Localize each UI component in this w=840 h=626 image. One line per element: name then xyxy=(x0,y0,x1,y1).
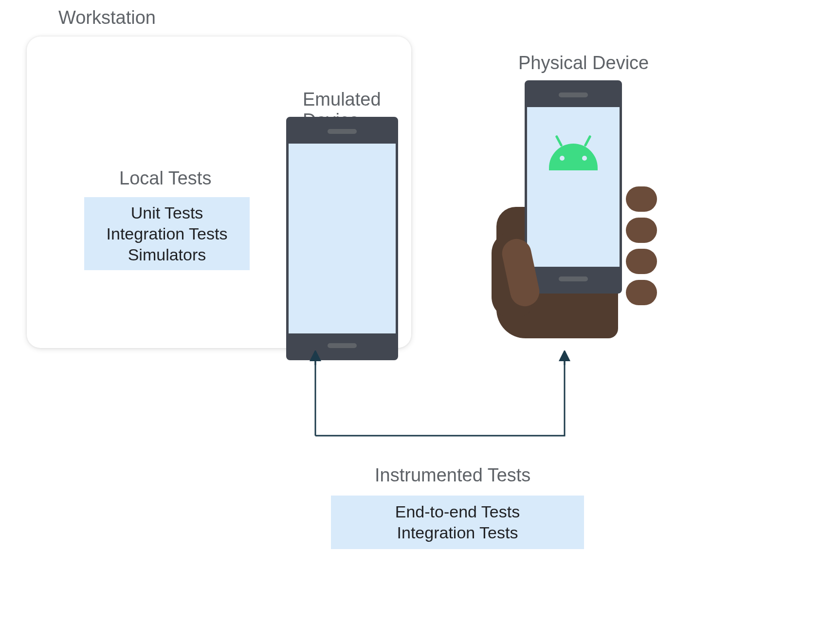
local-tests-unit: Unit Tests xyxy=(131,203,203,222)
local-tests-simulators: Simulators xyxy=(128,245,206,264)
instrumented-tests-box: End-to-end Tests Integration Tests xyxy=(331,496,584,549)
physical-device-icon xyxy=(492,80,657,338)
workstation-container: Local Tests Unit Tests Integration Tests… xyxy=(27,37,411,348)
emulated-device-icon xyxy=(286,117,398,360)
android-logo-icon xyxy=(549,144,598,170)
instrumented-tests-integration: Integration Tests xyxy=(397,523,518,542)
connector-arrows-icon xyxy=(307,350,589,448)
local-tests-label: Local Tests xyxy=(119,168,211,189)
local-tests-box: Unit Tests Integration Tests Simulators xyxy=(84,197,250,270)
physical-device-label: Physical Device xyxy=(518,53,649,74)
local-tests-integration: Integration Tests xyxy=(107,224,228,243)
instrumented-tests-label: Instrumented Tests xyxy=(375,465,530,486)
instrumented-tests-e2e: End-to-end Tests xyxy=(395,502,520,521)
workstation-label: Workstation xyxy=(58,7,156,28)
